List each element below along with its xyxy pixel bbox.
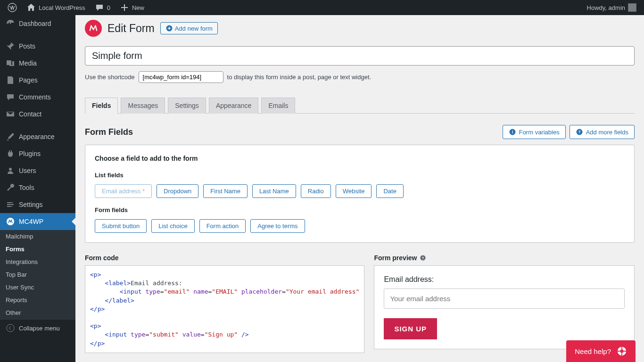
svg-point-0: [8, 3, 17, 12]
sidebar-subitem-integrations[interactable]: Integrations: [0, 255, 75, 268]
shortcode-suffix: to display this form inside a post, page…: [227, 74, 372, 81]
sidebar-label: MC4WP: [19, 218, 43, 225]
field-formaction-button[interactable]: Form action: [199, 219, 246, 233]
comments-count: 0: [107, 4, 110, 11]
sidebar-label: Tools: [19, 184, 34, 191]
sidebar-item-pages[interactable]: Pages: [0, 72, 75, 89]
help-icon[interactable]: ?: [420, 255, 426, 261]
pin-icon: [6, 41, 15, 51]
field-radio-button[interactable]: Radio: [301, 184, 331, 198]
sidebar-item-contact[interactable]: Contact: [0, 106, 75, 123]
user-menu[interactable]: Howdy, admin: [583, 0, 640, 15]
form-title-input[interactable]: [85, 46, 635, 66]
sidebar-label: Users: [19, 167, 36, 174]
form-code-label: Form code: [85, 254, 364, 262]
form-code-editor[interactable]: <p> <label>Email address: <input type="e…: [85, 265, 364, 353]
form-preview-panel: Email address: SIGN UP: [374, 265, 635, 349]
site-name-link[interactable]: Local WordPress: [23, 0, 89, 15]
media-icon: [6, 58, 15, 68]
plus-icon: [120, 3, 129, 12]
sidebar-item-appearance[interactable]: Appearance: [0, 128, 75, 145]
sidebar-subitem-other[interactable]: Other: [0, 306, 75, 319]
collapse-icon: [6, 323, 15, 333]
new-content-link[interactable]: New: [116, 0, 148, 15]
collapse-menu-button[interactable]: Collapse menu: [0, 319, 75, 337]
form-variables-label: Form variables: [519, 129, 560, 136]
site-name: Local WordPress: [39, 4, 85, 11]
sidebar-item-media[interactable]: Media: [0, 55, 75, 72]
svg-point-14: [620, 349, 623, 353]
form-tabs: Fields Messages Settings Appearance Emai…: [85, 97, 635, 114]
form-fields-label: Form fields: [95, 206, 625, 214]
sidebar-subitem-reports[interactable]: Reports: [0, 294, 75, 306]
main-content: Edit Form Add new form Use the shortcode…: [75, 15, 644, 362]
tab-appearance[interactable]: Appearance: [209, 98, 259, 114]
preview-submit-button[interactable]: SIGN UP: [384, 318, 437, 339]
field-firstname-button[interactable]: First Name: [203, 184, 248, 198]
choose-field-heading: Choose a field to add to the form: [95, 155, 625, 162]
avatar: [628, 3, 636, 12]
dashboard-icon: [6, 19, 15, 28]
sidebar-item-posts[interactable]: Posts: [0, 38, 75, 55]
shortcode-field[interactable]: [139, 71, 223, 83]
field-lastname-button[interactable]: Last Name: [252, 184, 296, 198]
wp-logo-menu[interactable]: [4, 0, 21, 15]
tab-messages[interactable]: Messages: [121, 98, 165, 114]
sidebar-subitem-mailchimp[interactable]: Mailchimp: [0, 230, 75, 243]
field-picker-card: Choose a field to add to the form List f…: [85, 145, 635, 243]
field-date-button[interactable]: Date: [376, 184, 403, 198]
form-variables-button[interactable]: i Form variables: [503, 125, 566, 139]
preview-email-input[interactable]: [384, 288, 625, 309]
field-submit-button[interactable]: Submit button: [95, 219, 147, 233]
add-more-fields-label: Add more fields: [586, 129, 628, 136]
wrench-icon: [6, 183, 15, 192]
tab-fields[interactable]: Fields: [85, 98, 118, 114]
sidebar-label: Posts: [19, 42, 35, 50]
section-title: Form Fields: [85, 127, 133, 137]
user-icon: [6, 166, 15, 175]
add-new-form-button[interactable]: Add new form: [160, 22, 218, 34]
sidebar-item-comments[interactable]: Comments: [0, 89, 75, 106]
page-title: Edit Form: [107, 22, 155, 35]
field-listchoice-button[interactable]: List choice: [151, 219, 194, 233]
tab-settings[interactable]: Settings: [168, 98, 206, 114]
shortcode-prefix: Use the shortcode: [85, 74, 135, 81]
howdy-label: Howdy, admin: [587, 4, 625, 11]
tab-emails[interactable]: Emails: [261, 98, 295, 114]
field-agree-button[interactable]: Agree to terms: [250, 219, 305, 233]
sidebar-item-dashboard[interactable]: Dashboard: [0, 15, 75, 32]
sidebar-item-mc4wp[interactable]: MC4WP: [0, 213, 75, 230]
list-fields-label: List fields: [95, 172, 625, 179]
sidebar-item-plugins[interactable]: Plugins: [0, 145, 75, 162]
sidebar-item-tools[interactable]: Tools: [0, 179, 75, 196]
page-icon: [6, 75, 15, 85]
field-dropdown-button[interactable]: Dropdown: [157, 184, 198, 198]
sidebar-subitem-usersync[interactable]: User Sync: [0, 281, 75, 294]
question-icon: ?: [576, 128, 583, 136]
svg-point-2: [12, 202, 13, 203]
sidebar-label: Plugins: [19, 150, 41, 157]
svg-text:?: ?: [578, 130, 580, 134]
sidebar-item-settings[interactable]: Settings: [0, 196, 75, 213]
wordpress-icon: [8, 3, 17, 12]
mc4wp-icon: [6, 217, 15, 226]
add-more-fields-button[interactable]: ? Add more fields: [570, 125, 635, 139]
sidebar-label: Pages: [19, 76, 38, 84]
sidebar-subitem-forms[interactable]: Forms: [0, 243, 75, 255]
comments-link[interactable]: 0: [91, 0, 114, 15]
need-help-widget[interactable]: Need help?: [566, 340, 636, 362]
mc4wp-logo: [85, 20, 102, 37]
sidebar-label: Comments: [19, 93, 51, 101]
svg-point-3: [11, 206, 12, 207]
sidebar-subitem-topbar[interactable]: Top Bar: [0, 268, 75, 281]
field-website-button[interactable]: Website: [336, 184, 372, 198]
plus-circle-icon: [165, 25, 173, 32]
comment-icon: [6, 92, 15, 102]
settings-icon: [6, 200, 15, 209]
preview-email-label: Email address:: [384, 275, 625, 284]
sidebar-item-users[interactable]: Users: [0, 162, 75, 179]
sidebar-label: Settings: [19, 201, 43, 208]
svg-text:?: ?: [422, 256, 424, 260]
brush-icon: [6, 132, 15, 141]
field-email-button[interactable]: Email address *: [95, 184, 152, 198]
